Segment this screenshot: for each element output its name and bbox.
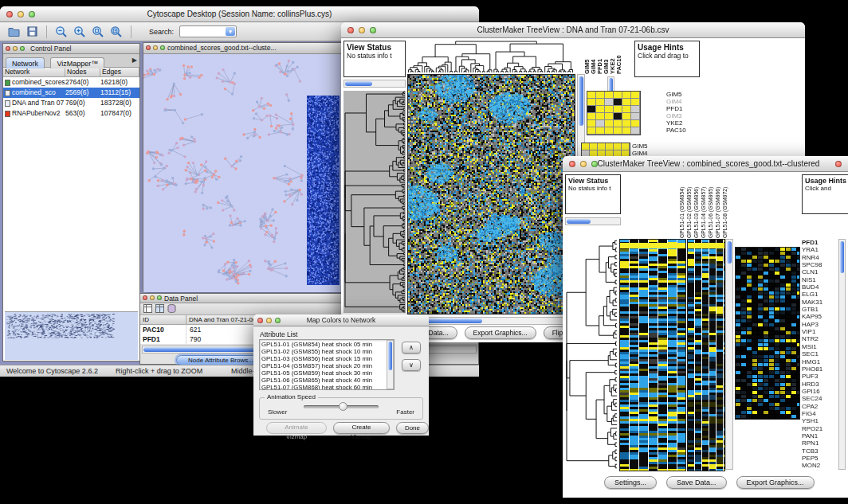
attribute-list-item[interactable]: GPL51-04 (GSM857) heat shock 20 min <box>261 362 392 369</box>
heatmap-canvas[interactable] <box>407 74 575 315</box>
search-input[interactable]: ▾ <box>179 25 237 37</box>
zoom-selected-icon[interactable] <box>90 24 106 39</box>
header-nodes[interactable]: Nodes <box>65 68 100 76</box>
minimize-icon[interactable] <box>150 295 155 300</box>
gene-label[interactable]: TCB3 <box>802 447 837 455</box>
tab[interactable]: Network <box>6 57 45 68</box>
birdseye-view[interactable] <box>5 311 138 360</box>
matrix-icon[interactable] <box>167 302 176 316</box>
attribute-list-item[interactable]: GPL51-07 (GSM868) heat shock 60 min <box>261 384 392 390</box>
gene-label[interactable]: SPC98 <box>802 261 837 268</box>
network-list-row[interactable]: combined_sco 2569(6) 13112(15) <box>3 88 139 98</box>
column-label[interactable]: GIM3 <box>603 39 609 74</box>
gene-label[interactable]: GPI16 <box>802 388 837 395</box>
similarity-matrix[interactable] <box>587 91 641 135</box>
gene-label[interactable]: HMG1 <box>802 358 837 365</box>
control-panel-titlebar[interactable]: Control Panel <box>3 44 139 54</box>
scrollbar-thumb[interactable] <box>579 76 583 126</box>
gene-label[interactable]: GIM3 <box>666 112 686 119</box>
close-icon[interactable] <box>6 46 10 51</box>
scrollbar-thumb[interactable] <box>727 241 732 264</box>
network-canvas[interactable] <box>143 54 341 292</box>
attribute-list[interactable]: GPL51-01 (GSM854) heat shock 05 minGPL51… <box>259 339 395 390</box>
scrollbar-thumb[interactable] <box>345 81 372 86</box>
dropdown-arrow-icon[interactable]: ▾ <box>226 27 235 36</box>
column-label[interactable]: PFD1 <box>596 39 603 74</box>
gene-label[interactable]: CPA2 <box>802 403 837 410</box>
network-list-row[interactable]: DNA and Tran 07 769(0) 183728(0) <box>3 98 139 108</box>
horizontal-scrollbar[interactable] <box>344 80 406 88</box>
row-dendrogram[interactable] <box>344 91 406 313</box>
zoom-button[interactable] <box>275 318 281 323</box>
network-view-titlebar[interactable]: combined_scores_good.txt--cluste... <box>143 43 341 54</box>
minimize-icon[interactable] <box>13 46 18 51</box>
close-button[interactable] <box>569 161 575 167</box>
attribute-list-item[interactable]: GPL51-06 (GSM865) heat shock 40 min <box>261 377 392 384</box>
treeview-button[interactable]: Export Graphics... <box>465 326 536 339</box>
column-label[interactable]: GIM4 <box>590 39 596 74</box>
minimize-button[interactable] <box>18 11 24 18</box>
attribute-list-item[interactable]: GPL51-03 (GSM856) heat shock 15 min <box>261 355 392 362</box>
row-dendrogram[interactable] <box>565 239 618 470</box>
gene-label[interactable]: PUF3 <box>802 373 837 380</box>
gene-label[interactable]: KAP95 <box>802 313 837 320</box>
title-bar[interactable]: Cytoscape Desktop (Session Name: collins… <box>0 6 479 22</box>
gene-label[interactable]: NIS1 <box>802 276 837 283</box>
gene-label[interactable]: PFD1 <box>666 105 686 112</box>
animation-speed-slider[interactable] <box>304 405 379 408</box>
close-icon[interactable] <box>143 295 147 300</box>
gene-label[interactable]: RPO21 <box>802 425 837 432</box>
gene-label[interactable]: GIM4 <box>666 98 686 105</box>
gene-label[interactable]: YSH1 <box>802 417 837 424</box>
gene-list-scrollbar[interactable] <box>838 239 846 470</box>
gene-label[interactable]: MON2 <box>802 462 837 469</box>
zoom-button[interactable] <box>591 161 598 167</box>
scrollbar-thumb[interactable] <box>567 219 591 224</box>
gene-label[interactable]: MAK31 <box>802 299 837 306</box>
horizontal-scrollbar[interactable] <box>565 217 621 225</box>
network-list-row[interactable]: RNAPuberNov2 563(0) 107847(0) <box>3 108 139 119</box>
header-network[interactable]: Network <box>3 68 65 76</box>
attribute-list-item[interactable]: GPL51-05 (GSM859) heat shock 30 min <box>261 369 392 377</box>
zoom-in-icon[interactable] <box>72 24 88 39</box>
minimize-button[interactable] <box>580 161 587 167</box>
minimize-button[interactable] <box>266 318 272 323</box>
minimize-icon[interactable] <box>153 45 158 50</box>
dialog-button[interactable]: Done <box>396 422 429 434</box>
gene-label[interactable]: BUD4 <box>802 283 837 291</box>
maximize-icon[interactable] <box>20 46 25 51</box>
scrollbar-thumb[interactable] <box>840 241 844 273</box>
table-icon[interactable] <box>143 302 152 316</box>
zoom-out-icon[interactable] <box>53 24 69 39</box>
gene-label[interactable]: GIM5 <box>666 91 686 98</box>
column-dendrogram[interactable] <box>407 40 574 73</box>
gene-label[interactable]: NTR2 <box>802 335 837 342</box>
gene-label[interactable]: RNR4 <box>802 254 837 261</box>
gene-label[interactable]: RPN1 <box>802 440 837 447</box>
scrollbar-thumb[interactable] <box>388 342 392 370</box>
column-label[interactable]: GPL51-07 (GSM866) <box>715 172 722 238</box>
column-label[interactable]: PAC10 <box>615 39 622 74</box>
treeview-button[interactable]: Export Graphics... <box>736 476 815 489</box>
gene-label[interactable]: PEP5 <box>802 455 837 462</box>
gene-label[interactable]: SEC1 <box>802 350 837 357</box>
gene-label[interactable]: VIP1 <box>802 328 837 335</box>
gene-label[interactable]: PAC10 <box>666 127 686 134</box>
attribute-list-item[interactable]: GPL51-01 (GSM854) heat shock 05 min <box>261 341 392 348</box>
gene-label[interactable]: HAP3 <box>802 321 837 328</box>
gene-label[interactable]: HRD3 <box>802 381 837 388</box>
attribute-table-icon[interactable] <box>155 302 164 316</box>
gene-label[interactable]: ELG1 <box>802 291 837 298</box>
open-folder-icon[interactable] <box>6 24 22 39</box>
dialog-button[interactable]: Animate Vizmap <box>266 422 327 434</box>
zoom-button[interactable] <box>29 11 35 18</box>
vertical-scrollbar[interactable] <box>387 340 394 389</box>
gene-label[interactable]: CLN1 <box>802 268 837 275</box>
column-label[interactable]: GIM5 <box>583 39 590 74</box>
minimize-button[interactable] <box>359 27 365 33</box>
gene-label[interactable]: FIG4 <box>802 410 837 417</box>
tab-overflow-arrow-icon[interactable]: ▶ <box>132 57 137 64</box>
maximize-icon[interactable] <box>160 45 165 50</box>
column-label[interactable]: GPL51-08 (GSM872) <box>722 172 729 238</box>
gene-label[interactable]: MSI1 <box>802 343 837 350</box>
